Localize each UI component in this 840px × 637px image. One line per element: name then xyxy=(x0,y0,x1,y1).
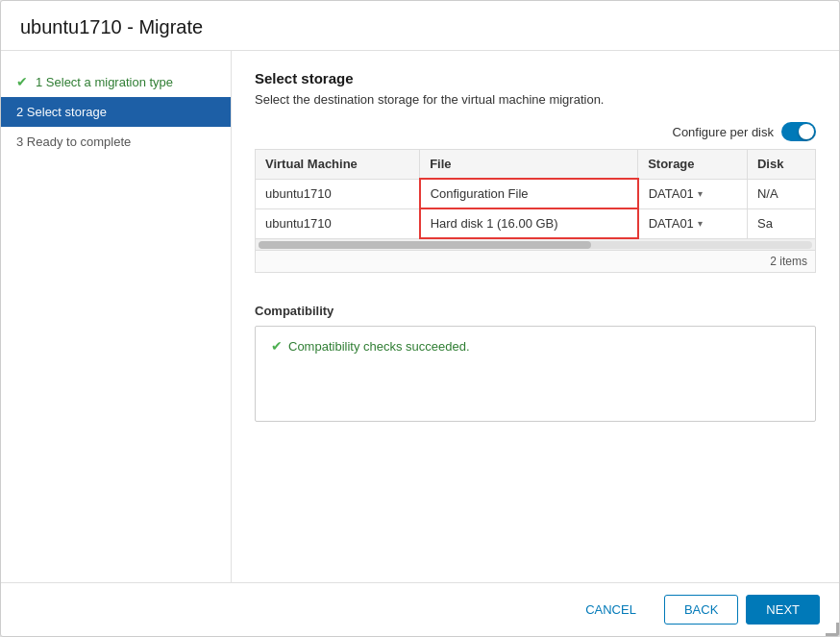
col-header-vm: Virtual Machine xyxy=(256,150,420,180)
horizontal-scrollbar[interactable] xyxy=(255,239,816,251)
back-button[interactable]: BACK xyxy=(664,595,738,625)
sidebar-item-label-1: 1 Select a migration type xyxy=(36,75,173,89)
table-footer: 2 items xyxy=(255,251,816,273)
col-header-file: File xyxy=(420,150,638,180)
compatibility-section: Compatibility ✔ Compatibility checks suc… xyxy=(255,304,816,422)
col-header-disk: Disk xyxy=(747,150,815,180)
sidebar-item-label-2: 2 Select storage xyxy=(16,105,107,119)
storage-value-2: DATA01 xyxy=(649,216,694,231)
checkmark-icon: ✔ xyxy=(16,74,28,89)
sidebar-item-step1: ✔ 1 Select a migration type xyxy=(1,66,231,97)
section-title: Select storage xyxy=(255,70,816,86)
next-button[interactable]: NEXT xyxy=(746,595,820,625)
cell-file-1: Configuration File xyxy=(420,179,638,208)
storage-value-1: DATA01 xyxy=(649,186,694,201)
dialog-footer: CANCEL BACK NEXT xyxy=(1,582,839,636)
storage-table: Virtual Machine File Storage Disk ubuntu… xyxy=(255,149,816,239)
cell-disk-1: N/A xyxy=(747,179,815,208)
cell-storage-2[interactable]: DATA01 ▾ xyxy=(638,208,748,238)
cell-file-2: Hard disk 1 (16.00 GB) xyxy=(420,208,638,238)
sidebar-item-step2: 2 Select storage xyxy=(1,97,231,127)
cancel-button[interactable]: CANCEL xyxy=(565,595,656,625)
cell-storage-1[interactable]: DATA01 ▾ xyxy=(638,179,748,208)
dialog-header: ubuntu1710 - Migrate xyxy=(1,1,839,51)
compatibility-box: ✔ Compatibility checks succeeded. xyxy=(255,326,816,422)
dropdown-arrow-icon-2: ▾ xyxy=(698,218,703,229)
cell-disk-2: Sa xyxy=(747,208,815,238)
compatibility-success: ✔ Compatibility checks succeeded. xyxy=(271,338,800,354)
scrollbar-track xyxy=(259,241,812,249)
dialog-body: ✔ 1 Select a migration type 2 Select sto… xyxy=(1,51,839,582)
configure-per-disk-toggle[interactable] xyxy=(781,122,816,141)
cell-vm-2: ubuntu1710 xyxy=(256,208,420,238)
migrate-dialog: ubuntu1710 - Migrate ✔ 1 Select a migrat… xyxy=(0,0,840,637)
configure-per-disk-row: Configure per disk xyxy=(255,122,816,141)
table-row: ubuntu1710 Hard disk 1 (16.00 GB) DATA01… xyxy=(256,208,816,238)
compatibility-title: Compatibility xyxy=(255,304,816,318)
compat-message: Compatibility checks succeeded. xyxy=(288,339,470,354)
compat-check-icon: ✔ xyxy=(271,338,283,354)
table-row: ubuntu1710 Configuration File DATA01 ▾ N… xyxy=(256,179,816,208)
dialog-title: ubuntu1710 - Migrate xyxy=(20,16,820,38)
cell-vm-1: ubuntu1710 xyxy=(256,179,420,208)
configure-per-disk-label: Configure per disk xyxy=(673,125,775,139)
table-header-row: Virtual Machine File Storage Disk xyxy=(256,150,816,180)
sidebar-item-step3: 3 Ready to complete xyxy=(1,127,231,157)
main-content: Select storage Select the destination st… xyxy=(232,51,839,582)
resize-handle[interactable] xyxy=(826,623,839,636)
section-desc: Select the destination storage for the v… xyxy=(255,92,816,107)
sidebar-item-label-3: 3 Ready to complete xyxy=(16,135,131,149)
dropdown-arrow-icon-1: ▾ xyxy=(698,188,703,199)
col-header-storage: Storage xyxy=(638,150,748,180)
scrollbar-thumb xyxy=(259,241,591,249)
sidebar: ✔ 1 Select a migration type 2 Select sto… xyxy=(1,51,232,582)
